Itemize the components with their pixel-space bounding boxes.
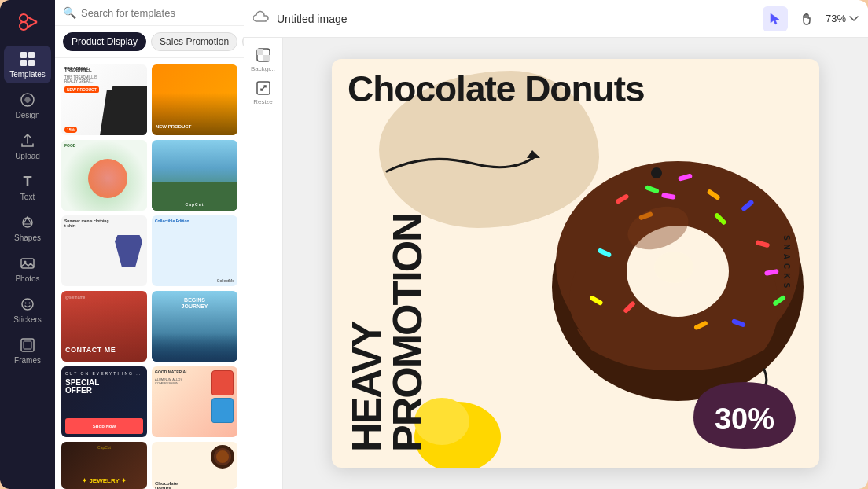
template-tags: Product Display Sales Promotion Business <box>55 26 244 58</box>
template-panel: 🔍 Product Display Sales Promotion Busine… <box>55 0 244 489</box>
shapes-icon <box>19 214 36 231</box>
template-grid: TREADMILL THIS TREADMILL IS REALLY GREAT… <box>55 58 244 489</box>
sidebar-item-shapes[interactable]: Shapes <box>4 209 51 247</box>
sidebar-label-stickers: Stickers <box>13 315 42 324</box>
template-luggage[interactable]: GOOD MATERIAL ALUMINUM ALLOYCOMPRESSION <box>152 366 237 437</box>
canvas-area: Backgr... Resize Chocolate Donuts <box>244 38 868 489</box>
sidebar-label-photos: Photos <box>15 274 39 283</box>
design-icon <box>19 91 36 108</box>
sidebar-label-shapes: Shapes <box>14 233 41 242</box>
hand-tool-button[interactable] <box>794 6 819 31</box>
template-journey[interactable]: BEGINS JOURNEY <box>152 291 237 362</box>
sidebar-label-design: Design <box>15 111 39 119</box>
svg-rect-20 <box>263 55 270 61</box>
sidebar-item-templates[interactable]: Templates <box>4 46 51 83</box>
svg-rect-19 <box>257 49 263 55</box>
background-tool-button[interactable]: Backgr... <box>248 44 278 74</box>
svg-line-3 <box>27 22 37 28</box>
svg-rect-6 <box>20 60 27 66</box>
promotion-text: Heavy promotion <box>346 169 428 452</box>
search-icon: 🔍 <box>63 6 76 19</box>
svg-rect-17 <box>24 341 31 349</box>
svg-point-14 <box>25 303 27 304</box>
template-row: TREADMILL THIS TREADMILL IS REALLY GREAT… <box>61 64 237 135</box>
canvas-content: Chocolate Donuts Heavy promotion SNACKS <box>283 38 868 489</box>
template-special-offer[interactable]: CUT ON EVERYTHING... SPECIALOFFER Shop N… <box>61 366 147 437</box>
template-row: CUT ON EVERYTHING... SPECIALOFFER Shop N… <box>61 366 237 437</box>
donut-illustration <box>520 90 811 405</box>
cloud-icon <box>253 10 269 27</box>
template-collectible[interactable]: Collectible Edition CollectMe <box>152 215 237 286</box>
donut-design-canvas[interactable]: Chocolate Donuts Heavy promotion SNACKS <box>332 59 819 468</box>
template-donuts[interactable]: Chocolate Donuts <box>152 442 237 489</box>
templates-icon <box>19 50 36 68</box>
canvas-title: Chocolate Donuts <box>348 70 811 108</box>
resize-label: Resize <box>253 98 272 105</box>
sidebar-item-upload[interactable]: Upload <box>4 127 51 165</box>
sidebar-label-upload: Upload <box>15 152 40 160</box>
template-row: FOOD CapCut <box>61 140 237 211</box>
svg-point-42 <box>654 252 693 283</box>
template-tshirt[interactable]: Summer men's clothing t-shirt <box>61 215 147 286</box>
dot-decoration <box>651 167 662 178</box>
svg-rect-11 <box>21 259 34 268</box>
zoom-control[interactable]: 73% <box>826 13 859 24</box>
tag-product-display[interactable]: Product Display <box>63 32 146 51</box>
svg-rect-7 <box>28 60 35 66</box>
canvas-toolbar: Backgr... Resize <box>244 38 283 489</box>
sidebar-item-text[interactable]: T Text <box>4 168 51 206</box>
tag-sales-promotion[interactable]: Sales Promotion <box>151 32 237 51</box>
sidebar-label-templates: Templates <box>9 70 46 79</box>
svg-line-2 <box>27 17 37 22</box>
sidebar-item-design[interactable]: Design <box>4 86 51 124</box>
top-bar: Untitled image 73% <box>244 0 868 38</box>
zoom-level: 73% <box>826 13 846 24</box>
frames-icon <box>19 336 36 354</box>
icon-sidebar: Templates Design Upload T Text <box>0 0 55 489</box>
template-orange[interactable]: NEW PRODUCT <box>152 64 237 135</box>
file-name: Untitled image <box>277 13 755 25</box>
template-contact[interactable]: CONTACT ME @selfname <box>61 291 147 362</box>
photos-icon <box>19 255 36 272</box>
main-area: Untitled image 73% <box>244 0 868 489</box>
top-bar-right: 73% <box>763 6 859 31</box>
svg-text:30%: 30% <box>715 403 774 436</box>
svg-rect-16 <box>21 339 34 351</box>
svg-point-0 <box>20 14 28 22</box>
resize-tool-button[interactable]: Resize <box>248 77 278 107</box>
cursor-tool-button[interactable] <box>763 6 788 31</box>
template-row: Summer men's clothing t-shirt Collectibl… <box>61 215 237 286</box>
template-row: CONTACT ME @selfname BEGINS JOURNEY <box>61 291 237 362</box>
svg-point-13 <box>22 299 33 310</box>
template-food[interactable]: FOOD <box>61 140 147 211</box>
app-container: Templates Design Upload T Text <box>0 0 868 489</box>
svg-rect-4 <box>20 52 27 58</box>
sidebar-item-photos[interactable]: Photos <box>4 250 51 288</box>
sidebar-label-text: Text <box>20 193 35 201</box>
template-jewelry[interactable]: ✦ JEWELRY ✦ CapCut <box>61 442 147 489</box>
search-input[interactable] <box>81 7 236 19</box>
sidebar-item-stickers[interactable]: Stickers <box>4 291 51 329</box>
template-landscape[interactable]: CapCut <box>152 140 237 211</box>
text-icon: T <box>19 173 36 190</box>
template-row: ✦ JEWELRY ✦ CapCut Chocolate Donuts <box>61 442 237 489</box>
search-bar: 🔍 <box>55 0 244 26</box>
sidebar-label-frames: Frames <box>14 356 41 365</box>
sidebar-item-frames[interactable]: Frames <box>4 332 51 370</box>
app-logo <box>13 8 42 36</box>
svg-point-12 <box>24 261 27 263</box>
background-label: Backgr... <box>251 65 275 72</box>
zoom-chevron-icon <box>849 13 859 24</box>
percent-badge: 30% <box>690 378 800 456</box>
svg-rect-5 <box>28 52 35 58</box>
upload-icon <box>19 132 36 149</box>
svg-point-15 <box>29 303 31 304</box>
svg-point-1 <box>20 22 28 30</box>
snacks-text: SNACKS <box>782 235 790 292</box>
template-treadmill[interactable]: TREADMILL THIS TREADMILL IS REALLY GREAT… <box>61 64 147 135</box>
stickers-icon <box>19 296 36 313</box>
